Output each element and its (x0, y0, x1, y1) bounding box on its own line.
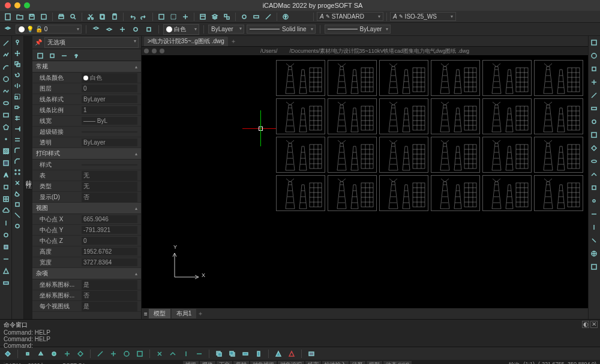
tool-icon[interactable] (0, 265, 12, 277)
tool-icon[interactable] (0, 277, 12, 289)
move-icon[interactable] (12, 48, 23, 59)
table-icon[interactable] (0, 193, 12, 205)
scale-icon[interactable] (12, 91, 23, 102)
status-toggle[interactable]: 正交 (217, 361, 232, 364)
layer-selector[interactable]: 💡 🔓 0 (16, 25, 82, 34)
view-icon[interactable] (589, 221, 599, 234)
props-section[interactable]: 杂项▴ (32, 268, 141, 279)
preview-icon[interactable] (68, 11, 79, 22)
props-row[interactable]: 样式 (32, 160, 141, 170)
props-row[interactable]: 线条样式ByLayer (32, 94, 141, 105)
zoom-window-icon[interactable] (168, 11, 179, 22)
props-tool-icon[interactable] (35, 50, 46, 61)
props-row[interactable]: 线宽—— ByL (32, 116, 141, 127)
props-row[interactable]: 中心点 Y-791.3921 (32, 225, 141, 236)
pin-icon[interactable]: 📌 (35, 39, 42, 46)
view-icon[interactable] (589, 102, 599, 115)
props-section[interactable]: 常规▴ (32, 61, 141, 73)
block-icon[interactable] (221, 11, 232, 22)
props-section[interactable]: 视图▴ (32, 203, 141, 214)
props-row[interactable]: 坐标系图标...否 (32, 290, 141, 301)
block-icon[interactable] (0, 181, 12, 193)
tool-icon[interactable] (251, 11, 262, 22)
tool-icon[interactable] (0, 217, 12, 229)
status-toggle[interactable]: 栅格 (200, 361, 215, 364)
snap-mid-icon[interactable] (35, 348, 46, 359)
cloud-icon[interactable] (0, 205, 12, 217)
lineweight-selector[interactable]: ByLayer (325, 25, 391, 34)
layer-icon[interactable] (117, 24, 128, 35)
snap-icon[interactable] (181, 348, 191, 359)
tool-icon[interactable] (306, 348, 317, 359)
props-section[interactable]: 打印样式▴ (32, 148, 141, 160)
command-input[interactable]: Command: (4, 342, 596, 349)
tool-icon[interactable] (286, 348, 297, 359)
view-icon[interactable] (589, 115, 599, 128)
props-row[interactable]: 中心点 X665.9046 (32, 214, 141, 225)
order-icon[interactable] (240, 348, 251, 359)
snap-icon[interactable] (121, 348, 132, 359)
linetype-bylayer[interactable]: ByLayer (208, 25, 244, 34)
view-icon[interactable] (589, 49, 599, 62)
tool-icon[interactable] (0, 253, 12, 265)
layer-manager-icon[interactable] (2, 24, 13, 35)
save-as-icon[interactable] (38, 11, 49, 22)
snap-icon[interactable] (154, 348, 165, 359)
cmd-min-icon[interactable]: ◐ (582, 321, 589, 328)
print-icon[interactable] (56, 11, 67, 22)
color-selector[interactable]: 白色 (163, 24, 199, 35)
status-toggle[interactable]: 极轴 (233, 361, 249, 364)
snap-icon[interactable] (2, 348, 13, 359)
close-window-icon[interactable] (5, 2, 11, 8)
tool-icon[interactable] (12, 210, 23, 221)
layer-icon[interactable] (91, 24, 101, 35)
snap-center-icon[interactable] (49, 348, 59, 359)
region-icon[interactable] (0, 157, 12, 169)
layer-icon[interactable] (143, 24, 154, 35)
props-row[interactable]: 宽度3727.8364 (32, 257, 141, 268)
rotate-icon[interactable] (12, 70, 23, 80)
status-toggle[interactable]: 捕捉 (183, 361, 199, 364)
maximize-window-icon[interactable] (24, 2, 30, 8)
view-icon[interactable] (589, 62, 599, 76)
file-tab[interactable]: >电力设计院35~..g图纸 .dwg (144, 37, 228, 46)
hatch-icon[interactable] (0, 145, 12, 157)
props-row[interactable]: 显示(D)否 (32, 192, 141, 203)
snap-icon[interactable] (108, 348, 119, 359)
view-icon[interactable] (589, 234, 599, 247)
copy-icon[interactable] (97, 11, 108, 22)
order-icon[interactable] (227, 348, 238, 359)
new-file-icon[interactable] (2, 11, 13, 22)
model-tab[interactable]: 模型 (149, 309, 170, 318)
array-icon[interactable] (12, 167, 23, 178)
save-icon[interactable] (26, 11, 37, 22)
props-row[interactable]: 坐标系图标...是 (32, 279, 141, 290)
layout-tab[interactable]: 布局1 (172, 309, 197, 318)
erase-icon[interactable] (12, 188, 23, 199)
snap-quad-icon[interactable] (75, 348, 86, 359)
help-icon[interactable]: ? (280, 11, 291, 22)
offset-icon[interactable] (12, 134, 23, 145)
cmd-close-icon[interactable]: ✕ (590, 321, 598, 328)
props-row[interactable]: 超级链接 (32, 127, 141, 137)
line-icon[interactable] (0, 37, 12, 49)
props-row[interactable]: 图层0 (32, 83, 141, 94)
point-icon[interactable] (0, 133, 12, 145)
linetype-selector[interactable]: Solid line (247, 25, 316, 34)
props-row[interactable]: 线条颜色 白色 (32, 73, 141, 83)
status-toggle[interactable]: 对象捕捉 (250, 361, 277, 364)
paste-icon[interactable] (109, 11, 120, 22)
tabs-menu-icon[interactable]: ≡ (144, 311, 148, 317)
order-icon[interactable] (253, 348, 264, 359)
properties-tab-label[interactable]: 特性 (24, 36, 32, 319)
minimize-window-icon[interactable] (14, 2, 20, 8)
props-row[interactable]: 表无 (32, 170, 141, 181)
status-toggle[interactable]: 快速输入 (322, 361, 349, 364)
snap-endpoint-icon[interactable] (22, 348, 33, 359)
layers-icon[interactable] (209, 11, 220, 22)
snap-icon[interactable] (167, 348, 178, 359)
tool-icon[interactable] (273, 348, 284, 359)
stretch-icon[interactable] (12, 102, 23, 113)
status-toggle[interactable]: 注释 (350, 361, 365, 364)
open-file-icon[interactable] (14, 11, 25, 22)
